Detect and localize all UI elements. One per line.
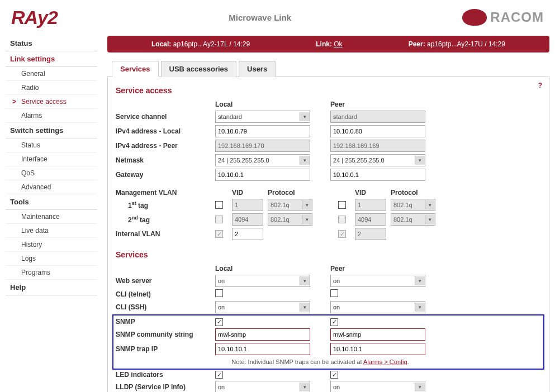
service-channel-local[interactable]: standard▾ xyxy=(215,111,310,123)
ipv4-local-local[interactable] xyxy=(215,125,310,137)
nav-item-programs[interactable]: Programs xyxy=(6,266,97,280)
nav-item-logs[interactable]: Logs xyxy=(6,252,97,266)
row-led-indicators: LED indicators xyxy=(116,371,211,379)
nav-item-advanced[interactable]: Advanced xyxy=(6,180,97,194)
tag2-peer-checkbox xyxy=(338,216,346,223)
snmp-community-local[interactable] xyxy=(215,328,310,341)
nav-group-link-settings[interactable]: Link settings xyxy=(6,51,97,67)
snmp-peer-checkbox[interactable]: ✓ xyxy=(330,318,338,326)
row-lldp: LLDP (Service IP info) xyxy=(116,383,211,391)
internal-vlan-local-vid[interactable] xyxy=(232,228,263,240)
nav-group-switch-settings[interactable]: Switch settings xyxy=(6,123,97,138)
lldp-local[interactable]: on▾ xyxy=(215,381,310,392)
row-ipv4-peer: IPv4 address - Peer xyxy=(116,142,211,150)
row-management-vlan: Management VLAN xyxy=(116,189,211,197)
col-vid-local: VID xyxy=(232,189,263,197)
status-peer-label: Peer: xyxy=(409,40,425,48)
nav-item-radio[interactable]: Radio xyxy=(6,81,97,95)
snmp-local-checkbox[interactable]: ✓ xyxy=(215,318,223,326)
netmask-peer[interactable]: 24 | 255.255.255.0▾ xyxy=(330,154,425,166)
row-cli-telnet: CLI (telnet) xyxy=(116,290,211,298)
nav-item-history[interactable]: History xyxy=(6,238,97,252)
row-snmp-trap: SNMP trap IP xyxy=(116,345,211,353)
chevron-down-icon: ▾ xyxy=(300,276,310,285)
chevron-down-icon: ▾ xyxy=(302,200,312,209)
status-bar: Local: ap16ptp...Ay2-17L / 14:29 Link: O… xyxy=(107,36,549,52)
nav-item-switch-status[interactable]: Status xyxy=(6,138,97,152)
web-server-peer[interactable]: on▾ xyxy=(330,275,425,287)
chevron-down-icon: ▾ xyxy=(300,303,310,312)
nav-item-alarms[interactable]: Alarms xyxy=(6,109,97,123)
snmp-highlight: SNMP ✓ ✓ SNMP community string SNMP trap… xyxy=(112,314,544,370)
tag2-local-protocol: 802.1q▾ xyxy=(268,213,312,226)
tag2-local-vid xyxy=(232,213,263,226)
product-logo: RAy2 xyxy=(11,7,58,28)
help-icon[interactable]: ? xyxy=(538,82,542,89)
led-peer-checkbox[interactable]: ✓ xyxy=(330,371,338,379)
status-link-value[interactable]: Ok xyxy=(334,40,342,48)
cli-ssh-local[interactable]: on▾ xyxy=(215,301,310,313)
lldp-peer[interactable]: on▾ xyxy=(330,381,425,392)
section-service-access: Service access xyxy=(116,86,541,95)
chevron-down-icon: ▾ xyxy=(415,276,425,285)
tag1-peer-checkbox[interactable] xyxy=(338,201,346,209)
row-netmask: Netmask xyxy=(116,156,211,164)
nav-group-help[interactable]: Help xyxy=(6,280,97,295)
chevron-down-icon: ▾ xyxy=(300,383,310,391)
status-local-label: Local: xyxy=(151,40,171,48)
nav-item-general[interactable]: General xyxy=(6,67,97,81)
tag1-local-checkbox[interactable] xyxy=(215,201,223,209)
row-gateway: Gateway xyxy=(116,171,211,179)
nav-item-service-access[interactable]: Service access xyxy=(6,95,97,109)
tab-users[interactable]: Users xyxy=(239,61,276,77)
page-title: Microwave Link xyxy=(58,13,462,22)
snmp-community-peer[interactable] xyxy=(330,328,425,341)
vendor-logo: RACOM xyxy=(462,9,544,26)
row-web-server: Web server xyxy=(116,277,211,285)
tag2-peer-protocol: 802.1q▾ xyxy=(391,213,435,226)
vendor-logo-text: RACOM xyxy=(490,9,544,25)
tab-usb-accessories[interactable]: USB accessories xyxy=(161,61,237,77)
snmp-note: Note: Individual SNMP traps can be activ… xyxy=(215,357,425,365)
vendor-logo-icon xyxy=(462,9,487,26)
tag1-local-protocol: 802.1q▾ xyxy=(268,199,312,211)
col-peer-2: Peer xyxy=(330,265,425,273)
row-cli-ssh: CLI (SSH) xyxy=(116,303,211,311)
nav-item-maintenance[interactable]: Maintenance xyxy=(6,210,97,224)
nav-item-live-data[interactable]: Live data xyxy=(6,224,97,238)
chevron-down-icon: ▾ xyxy=(415,156,425,165)
nav-group-status[interactable]: Status xyxy=(6,36,97,51)
cli-telnet-peer-checkbox[interactable] xyxy=(330,289,338,297)
nav-group-tools[interactable]: Tools xyxy=(6,194,97,210)
nav-item-qos[interactable]: QoS xyxy=(6,166,97,180)
snmp-trap-peer[interactable] xyxy=(330,343,425,355)
tag2-local-checkbox xyxy=(215,216,223,223)
snmp-trap-local[interactable] xyxy=(215,343,310,355)
nav-item-interface[interactable]: Interface xyxy=(6,152,97,166)
netmask-local[interactable]: 24 | 255.255.255.0▾ xyxy=(215,154,310,166)
cli-telnet-local-checkbox[interactable] xyxy=(215,289,223,297)
tag1-peer-vid xyxy=(355,199,386,211)
chevron-down-icon: ▾ xyxy=(300,156,310,165)
gateway-peer[interactable] xyxy=(330,169,425,181)
chevron-down-icon: ▾ xyxy=(415,383,425,391)
ipv4-peer-local xyxy=(215,140,310,152)
ipv4-local-peer[interactable] xyxy=(330,125,425,137)
row-ipv4-local: IPv4 address - Local xyxy=(116,127,211,135)
status-local-value: ap16ptp...Ay2-17L / 14:29 xyxy=(173,40,250,48)
internal-vlan-peer-checkbox: ✓ xyxy=(338,230,346,238)
snmp-note-link[interactable]: Alarms > Config xyxy=(363,358,407,365)
internal-vlan-peer-vid xyxy=(355,228,386,240)
led-local-checkbox[interactable]: ✓ xyxy=(215,371,223,379)
web-server-local[interactable]: on▾ xyxy=(215,275,310,287)
cli-ssh-peer[interactable]: on▾ xyxy=(330,301,425,313)
chevron-down-icon: ▾ xyxy=(415,303,425,312)
col-local: Local xyxy=(215,101,310,108)
row-internal-vlan: Internal VLAN xyxy=(116,230,211,238)
tag1-peer-protocol: 802.1q▾ xyxy=(391,199,435,211)
col-protocol-local: Protocol xyxy=(268,189,312,197)
row-service-channel: Service channel xyxy=(116,113,211,121)
tab-services[interactable]: Services xyxy=(112,61,159,77)
gateway-local[interactable] xyxy=(215,169,310,181)
sidebar: Status Link settings General Radio Servi… xyxy=(6,36,97,392)
